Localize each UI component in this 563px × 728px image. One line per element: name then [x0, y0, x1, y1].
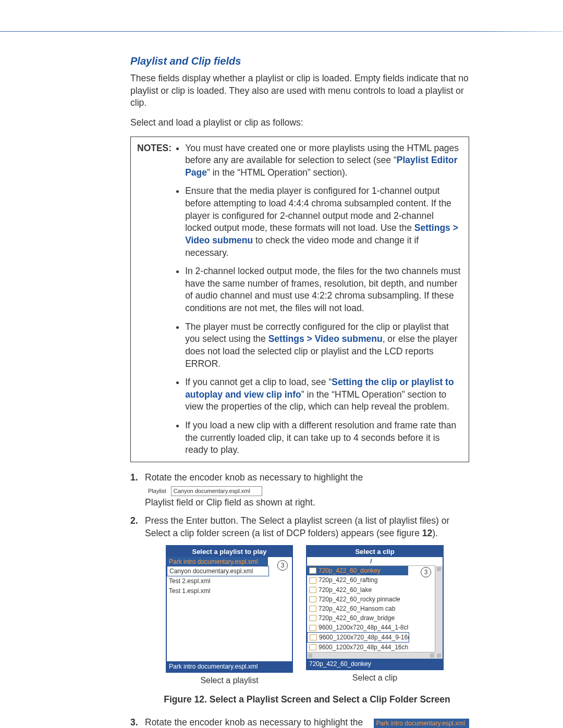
callout-3: 3 — [277, 560, 288, 571]
folder-icon — [309, 606, 316, 612]
scrollbar-horizontal[interactable] — [307, 652, 435, 659]
intro-paragraph-2: Select and load a playlist or clip as fo… — [130, 117, 469, 129]
intro-paragraph-1: These fields display whether a playlist … — [130, 72, 469, 109]
lcd-playlist-title: Select a playlist to play — [167, 546, 292, 558]
lcd-row: 9600_1200x720_48p_444_16ch — [307, 643, 408, 652]
lcd-row: 720p_422_60_Hansom cab — [307, 604, 408, 613]
playlist-field-inline: Playlist Canyon documentary.espl.xml — [148, 484, 262, 497]
note-item: The player must be correctly configured … — [185, 321, 462, 371]
section-title: Playlist and Clip fields — [130, 55, 469, 67]
step3-highlight: Park intro documentary.espl.xml — [374, 717, 469, 728]
folder-icon — [309, 587, 316, 593]
folder-icon — [309, 596, 316, 602]
scrollbar-vertical[interactable] — [435, 566, 443, 659]
lcd-row: 720p_422_60_rocky pinnacle — [307, 595, 408, 604]
folder-icon — [309, 644, 316, 650]
lcd-playlist-window: Select a playlist to play 3 Park intro d… — [166, 545, 293, 673]
folder-icon — [309, 567, 316, 574]
lcd-playlist-caption: Select a playlist — [166, 675, 293, 686]
lcd-clip-caption: Select a clip — [306, 672, 444, 684]
steps-list: Rotate the encoder knob as necessary to … — [130, 472, 469, 728]
notes-box: NOTES: You must have created one or more… — [130, 137, 469, 462]
step-1: Rotate the encoder knob as necessary to … — [130, 472, 469, 509]
figure-clip: Select a clip / 3 720p_422_60_donkey 720… — [306, 545, 444, 686]
lcd-row: 720p_422_60_draw_bridge — [307, 613, 408, 623]
step-2: Press the Enter button. The Select a pla… — [130, 515, 469, 706]
link-settings-video[interactable]: Settings > Video submenu — [268, 334, 383, 344]
note-item: You must have created one or more playli… — [185, 142, 462, 179]
lcd-clip-status: 720p_422_60_donkey — [307, 659, 443, 669]
page-content: Playlist and Clip fields These fields di… — [0, 55, 563, 728]
lcd-row: Test 1.espl.xml — [167, 586, 268, 596]
note-item: In 2-channel locked output mode, the fil… — [185, 265, 462, 315]
lcd-playlist-status: Park intro documentary.espl.xml — [167, 661, 292, 672]
lcd-clip-title: Select a clip — [307, 546, 443, 558]
folder-icon — [309, 615, 316, 621]
notes-list: You must have created one or more playli… — [175, 142, 462, 456]
lcd-row: 720p_422_60_rafting — [307, 575, 408, 585]
figure-row: Select a playlist to play 3 Park intro d… — [166, 545, 469, 686]
lcd-row: 720p_422_60_lake — [307, 585, 408, 595]
figure-caption: Figure 12. Select a Playlist Screen and … — [145, 694, 469, 706]
lcd-row: 9600_1200x720_48p_444_9-16ch)_CH2 — [307, 632, 409, 643]
folder-icon — [309, 577, 316, 584]
lcd-row: Test 2.espl.xml — [167, 576, 268, 586]
lcd-clip-slash: / — [307, 557, 435, 566]
playlist-field-value: Canyon documentary.espl.xml — [171, 486, 262, 496]
step-3: Park intro documentary.espl.xml Rotate t… — [130, 717, 469, 728]
note-item: If you load a new clip with a different … — [185, 419, 462, 456]
lcd-row-highlighted: 720p_422_60_donkey — [307, 566, 408, 575]
note-item: If you cannot get a clip to load, see “S… — [185, 376, 462, 413]
lcd-row: Canyon documentary.espl.xml — [167, 566, 269, 576]
lcd-row: 9600_1200x720_48p_444_1-8ch_CH1 — [307, 623, 408, 632]
note-item: Ensure that the media player is configur… — [185, 185, 462, 259]
folder-icon — [310, 634, 317, 640]
folder-icon — [309, 625, 316, 631]
lcd-clip-window: Select a clip / 3 720p_422_60_donkey 720… — [306, 545, 444, 671]
lcd-row-highlighted: Park intro documentary.espl.xml — [167, 557, 268, 566]
figure-playlist: Select a playlist to play 3 Park intro d… — [166, 545, 293, 686]
notes-label: NOTES: — [137, 142, 172, 456]
top-rule — [0, 31, 563, 32]
